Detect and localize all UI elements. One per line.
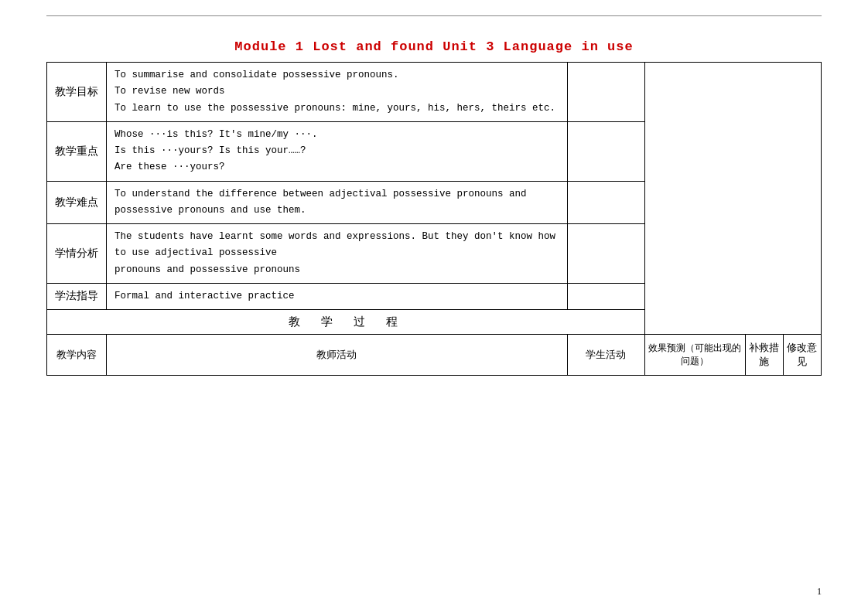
right-empty-1 — [567, 63, 644, 122]
process-header-row: 教 学 过 程 — [47, 310, 822, 335]
table-row-xfzd: 学法指导 Formal and interactive practice — [47, 283, 822, 309]
content-line: Are these ···yours? — [114, 159, 559, 175]
label-xqfx: 学情分析 — [47, 224, 107, 284]
label-jxzd: 教学重点 — [47, 121, 107, 181]
col-header-jxnr: 教学内容 — [47, 335, 107, 376]
process-header: 教 学 过 程 — [47, 310, 645, 335]
table-row-jxnd: 教学难点 To understand the difference betwee… — [47, 181, 822, 224]
content-line: To learn to use the possessive pronouns:… — [114, 100, 559, 117]
table-row-xqfx: 学情分析 The students have learnt some words… — [47, 224, 822, 284]
content-line: pronouns and possessive pronouns — [114, 262, 559, 278]
content-jxmb: To summarise and consolidate possessive … — [107, 63, 568, 122]
content-line: To revise new words — [114, 83, 559, 100]
content-line: To summarise and consolidate possessive … — [114, 67, 559, 83]
bottom-header-row: 教学内容 教师活动 学生活动 效果预测（可能出现的问题） 补救措施 修改意见 — [47, 335, 822, 376]
page-number: 1 — [817, 586, 822, 598]
content-line: The students have learnt some words and … — [114, 229, 559, 262]
content-jxnd: To understand the difference between adj… — [107, 181, 568, 224]
content-line: Whose ···is this? It's mine/my ···. — [114, 127, 559, 143]
table-row-jxmb: 教学目标 To summarise and consolidate posses… — [47, 63, 822, 122]
content-line: Is this ···yours? Is this your……? — [114, 143, 559, 159]
label-xfzd: 学法指导 — [47, 283, 107, 309]
col-header-bjcs: 补救措施 — [745, 335, 783, 376]
col-header-xgsc: 效果预测（可能出现的问题） — [644, 335, 745, 376]
content-xfzd: Formal and interactive practice — [107, 283, 568, 309]
content-xqfx: The students have learnt some words and … — [107, 224, 568, 284]
content-line: Formal and interactive practice — [114, 288, 559, 305]
right-empty-3 — [567, 181, 644, 224]
table-row-jxzd: 教学重点 Whose ···is this? It's mine/my ···.… — [47, 121, 822, 181]
page-title: Module 1 Lost and found Unit 3 Language … — [46, 39, 822, 54]
col-header-jshd: 教师活动 — [107, 335, 568, 376]
label-jxmb: 教学目标 — [47, 63, 107, 122]
top-divider — [46, 15, 822, 16]
main-table: 教学目标 To summarise and consolidate posses… — [46, 62, 822, 376]
col-header-xshd: 学生活动 — [567, 335, 644, 376]
col-header-xgyj: 修改意见 — [783, 335, 821, 376]
right-empty-5 — [567, 283, 644, 309]
right-empty-2 — [567, 121, 644, 181]
content-line: To understand the difference between adj… — [114, 186, 559, 220]
right-empty-4 — [567, 224, 644, 284]
content-jxzd: Whose ···is this? It's mine/my ···. Is t… — [107, 121, 568, 181]
label-jxnd: 教学难点 — [47, 181, 107, 224]
